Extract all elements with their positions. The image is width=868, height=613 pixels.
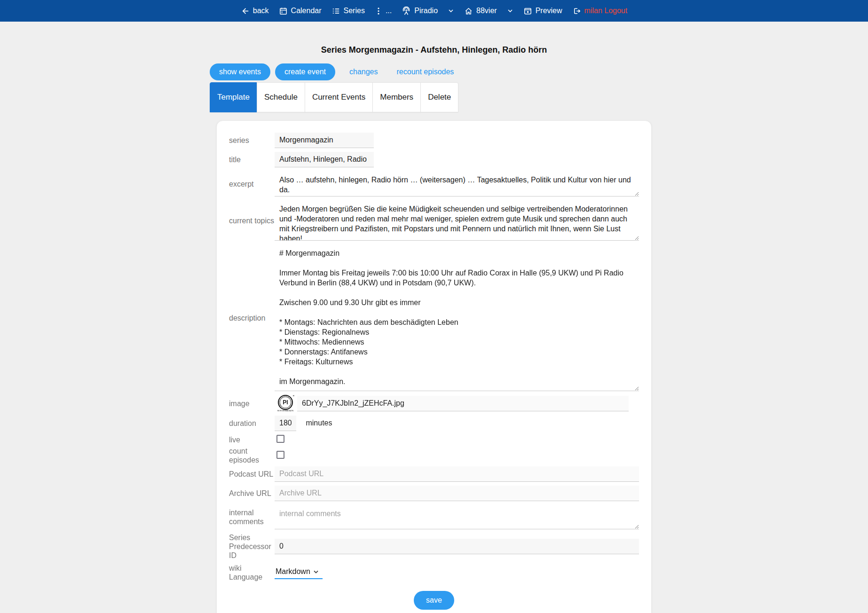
description-textarea[interactable]: # Morgenmagazin Immer Montag bis Freitag… — [275, 244, 639, 391]
series-predecessor-input[interactable] — [275, 539, 639, 554]
nav-calendar-label: Calendar — [291, 7, 322, 15]
nav-preview-label: Preview — [536, 7, 562, 15]
live-row: live — [229, 435, 639, 445]
duration-row: duration minutes — [229, 416, 639, 431]
nav-more-label: ... — [386, 7, 392, 15]
back-arrow-icon — [241, 7, 250, 16]
archive-url-label: Archive URL — [229, 489, 275, 498]
preview-icon — [523, 7, 532, 16]
excerpt-row: excerpt Also … aufstehn, hinlegen, Radio… — [229, 171, 639, 196]
excerpt-label: excerpt — [229, 180, 275, 189]
internal-comments-row: internal comments — [229, 505, 639, 529]
title-input[interactable] — [275, 152, 374, 167]
excerpt-textarea[interactable]: Also … aufstehn, hinlegen, Radio hörn … … — [275, 171, 639, 196]
logout-icon — [572, 7, 581, 16]
nav-channel-88vier[interactable]: 88vier — [464, 7, 497, 16]
count-episodes-label: count episodes — [229, 447, 275, 464]
wiki-language-select[interactable]: Markdown — [276, 567, 313, 575]
wiki-language-row: wiki Language Markdown — [229, 564, 639, 582]
antenna-icon — [402, 6, 411, 16]
nav-channel-label: 88vier — [476, 7, 497, 15]
series-logo-thumbnail: PI« MORGENMAGAZIN — [277, 395, 293, 412]
show-events-button[interactable]: show events — [210, 63, 270, 80]
image-label: image — [229, 399, 275, 408]
live-checkbox[interactable] — [276, 435, 284, 443]
top-navbar: back Calendar Series ... Piradio 88vier — [0, 0, 868, 22]
tab-members[interactable]: Members — [372, 82, 421, 112]
nav-station-label: Piradio — [414, 7, 438, 15]
list-icon — [331, 7, 340, 16]
nav-series[interactable]: Series — [331, 7, 365, 16]
internal-comments-textarea[interactable] — [275, 505, 639, 529]
nav-logout-label: milan Logout — [584, 7, 628, 15]
changes-link[interactable]: changes — [347, 67, 381, 77]
main-content: Series Morgenmagazin - Aufstehn, Hinlege… — [216, 45, 652, 613]
save-button[interactable]: save — [414, 591, 454, 610]
series-input[interactable] — [275, 133, 374, 148]
description-row: description # Morgenmagazin Immer Montag… — [229, 244, 639, 391]
nav-back[interactable]: back — [241, 7, 269, 16]
tab-bar: Template Schedule Current Events Members… — [210, 82, 652, 112]
series-predecessor-label: Series Predecessor ID — [229, 533, 275, 560]
title-label: title — [229, 155, 275, 164]
duration-unit-label: minutes — [306, 419, 332, 427]
live-label: live — [229, 435, 275, 444]
tab-current-events[interactable]: Current Events — [305, 82, 373, 112]
page-title: Series Morgenmagazin - Aufstehn, Hinlege… — [216, 45, 652, 55]
recount-episodes-link[interactable]: recount episodes — [394, 67, 457, 77]
nav-channel-dropdown[interactable] — [507, 8, 513, 14]
internal-comments-label: internal comments — [229, 508, 275, 526]
nav-more[interactable]: ... — [375, 7, 392, 16]
series-predecessor-row: Series Predecessor ID — [229, 533, 639, 560]
archive-url-input[interactable] — [275, 486, 639, 501]
select-chevron-icon — [313, 567, 319, 576]
podcast-url-label: Podcast URL — [229, 470, 275, 479]
duration-input[interactable] — [275, 416, 296, 431]
nav-station-dropdown[interactable] — [448, 8, 454, 14]
duration-label: duration — [229, 419, 275, 428]
count-episodes-row: count episodes — [229, 447, 639, 464]
nav-back-label: back — [253, 7, 269, 15]
nav-preview[interactable]: Preview — [523, 7, 562, 16]
calendar-icon — [279, 7, 288, 16]
chevron-down-icon — [507, 8, 513, 14]
tab-delete[interactable]: Delete — [420, 82, 458, 112]
tab-schedule[interactable]: Schedule — [257, 82, 305, 112]
create-event-button[interactable]: create event — [275, 63, 335, 80]
podcast-url-input[interactable] — [275, 466, 639, 482]
series-label: series — [229, 136, 275, 145]
more-vert-icon — [375, 7, 382, 16]
series-row: series — [229, 133, 639, 148]
current-topics-textarea[interactable]: Jeden Morgen begrüßen Sie die keine Müdi… — [275, 200, 639, 241]
template-form-card: series title excerpt Also … aufstehn, hi… — [216, 120, 652, 613]
nav-station-piradio[interactable]: Piradio — [402, 6, 438, 16]
actions-row: show events create event changes recount… — [210, 63, 652, 80]
nav-series-label: Series — [344, 7, 365, 15]
wiki-language-label: wiki Language — [229, 564, 275, 582]
image-row: image PI« MORGENMAGAZIN — [229, 395, 639, 412]
image-filename-input[interactable] — [297, 396, 629, 411]
chevron-down-icon — [448, 8, 454, 14]
tab-template[interactable]: Template — [210, 82, 257, 112]
count-episodes-checkbox[interactable] — [276, 451, 284, 459]
current-topics-label: current topics — [229, 216, 275, 225]
archive-url-row: Archive URL — [229, 486, 639, 501]
nav-logout[interactable]: milan Logout — [572, 7, 628, 16]
current-topics-row: current topics Jeden Morgen begrüßen Sie… — [229, 200, 639, 241]
podcast-url-row: Podcast URL — [229, 466, 639, 482]
description-label: description — [229, 314, 275, 322]
home-icon — [464, 7, 473, 16]
nav-calendar[interactable]: Calendar — [279, 7, 322, 16]
title-row: title — [229, 152, 639, 167]
